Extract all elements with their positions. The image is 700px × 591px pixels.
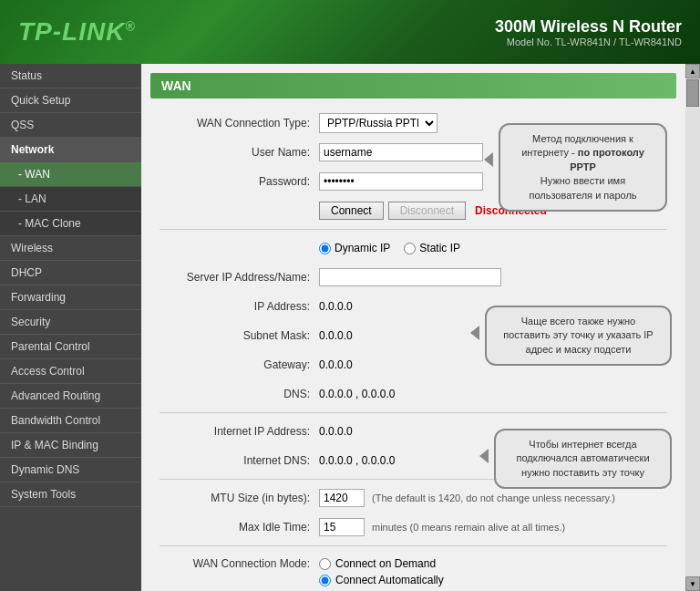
- model-name: 300M Wireless N Router: [495, 17, 682, 36]
- sidebar-item-qss[interactable]: QSS: [0, 113, 141, 138]
- subnet-mask-label: Subnet Mask:: [160, 329, 319, 342]
- server-ip-input[interactable]: [319, 268, 501, 286]
- dns-row: DNS: 0.0.0.0 , 0.0.0.0: [160, 383, 667, 405]
- sidebar-item-wireless[interactable]: Wireless: [0, 236, 141, 261]
- tooltip1-text: Метод подключения к интернету - по прото…: [521, 133, 644, 201]
- sidebar-item-system-tools[interactable]: System Tools: [0, 482, 141, 507]
- wan-mode-label: WAN Connection Mode:: [160, 557, 319, 570]
- ip-type-control: Dynamic IP Static IP: [319, 242, 667, 254]
- password-input[interactable]: [319, 172, 483, 191]
- mtu-control: (The default is 1420, do not change unle…: [319, 489, 667, 507]
- sidebar-item-wan[interactable]: - WAN: [0, 162, 141, 187]
- mode-demand-option: Connect on Demand: [319, 557, 667, 570]
- header-model: 300M Wireless N Router Model No. TL-WR84…: [495, 17, 682, 47]
- sidebar-item-lan[interactable]: - LAN: [0, 187, 141, 212]
- connect-button[interactable]: Connect: [319, 202, 384, 220]
- mode-demand-radio[interactable]: [319, 558, 331, 570]
- mtu-row: MTU Size (in bytes): (The default is 142…: [160, 487, 667, 509]
- tooltip-auto: Чтобы интернет всегда подключался автома…: [494, 429, 672, 489]
- mtu-input[interactable]: [319, 489, 365, 507]
- ip-type-row: Dynamic IP Static IP: [160, 237, 667, 259]
- sidebar-item-dynamic-dns[interactable]: Dynamic DNS: [0, 458, 141, 482]
- tooltip-pptp: Метод подключения к интернету - по прото…: [499, 123, 667, 212]
- sidebar-item-security[interactable]: Security: [0, 310, 141, 335]
- mode-auto-label: Connect Automatically: [335, 574, 444, 586]
- server-ip-row: Server IP Address/Name:: [160, 266, 667, 288]
- logo: TP-LINK®: [18, 17, 136, 47]
- max-idle-hint: minutes (0 means remain alive at all tim…: [372, 522, 565, 533]
- ip-address-label: IP Address:: [160, 300, 319, 313]
- mtu-label: MTU Size (in bytes):: [160, 492, 319, 504]
- dynamic-ip-label[interactable]: Dynamic IP: [319, 242, 390, 254]
- connection-type-label: WAN Connection Type:: [160, 117, 319, 130]
- max-idle-input[interactable]: [319, 518, 365, 536]
- internet-ip-label: Internet IP Address:: [160, 425, 319, 438]
- internet-dns-label: Internet DNS:: [160, 454, 319, 467]
- header: TP-LINK® 300M Wireless N Router Model No…: [0, 0, 700, 64]
- scroll-up-arrow[interactable]: ▲: [685, 64, 700, 78]
- scroll-track[interactable]: [685, 78, 700, 576]
- tooltip3-text: Чтобы интернет всегда подключался автома…: [516, 439, 649, 478]
- mtu-hint: (The default is 1420, do not change unle…: [372, 493, 615, 503]
- server-ip-control: [319, 268, 667, 286]
- sidebar-item-advanced-routing[interactable]: Advanced Routing: [0, 384, 141, 409]
- scrollbar: ▲ ▼: [685, 64, 700, 591]
- username-input[interactable]: [319, 143, 483, 161]
- max-idle-row: Max Idle Time: minutes (0 means remain a…: [160, 516, 667, 538]
- dynamic-ip-radio[interactable]: [319, 243, 331, 254]
- sidebar-item-bandwidth-control[interactable]: Bandwidth Control: [0, 409, 141, 433]
- sidebar-item-parental-control[interactable]: Parental Control: [0, 335, 141, 359]
- mode-auto-option: Connect Automatically: [319, 574, 667, 586]
- connection-type-select[interactable]: PPTP/Russia PPTP Dynamic IP Static IP PP…: [319, 113, 438, 133]
- sidebar-item-dhcp[interactable]: DHCP: [0, 261, 141, 285]
- scroll-down-arrow[interactable]: ▼: [685, 576, 700, 591]
- scroll-thumb[interactable]: [686, 79, 699, 107]
- model-num: Model No. TL-WR841N / TL-WR841ND: [495, 36, 682, 47]
- tooltip-subnet: Чаще всего также нужно поставить эту точ…: [485, 306, 672, 366]
- static-ip-radio[interactable]: [404, 243, 416, 254]
- dns-value: 0.0.0.0 , 0.0.0.0: [319, 388, 667, 400]
- sidebar-item-quick-setup[interactable]: Quick Setup: [0, 88, 141, 113]
- wan-mode-row: WAN Connection Mode: Connect on Demand C…: [160, 554, 667, 591]
- sidebar-item-forwarding[interactable]: Forwarding: [0, 285, 141, 310]
- mode-auto-radio[interactable]: [319, 575, 331, 586]
- logo-reg: ®: [125, 19, 135, 34]
- page-title: WAN: [150, 73, 676, 98]
- gateway-label: Gateway:: [160, 358, 319, 371]
- static-ip-label[interactable]: Static IP: [404, 242, 460, 254]
- content-area: WAN WAN Connection Type: PPTP/Russia PPT…: [141, 64, 685, 591]
- mode-demand-label: Connect on Demand: [335, 557, 436, 570]
- sidebar-item-access-control[interactable]: Access Control: [0, 359, 141, 384]
- password-label: Password:: [160, 175, 319, 188]
- logo-text: TP-LINK: [18, 17, 125, 46]
- wan-mode-control: Connect on Demand Connect Automatically …: [319, 557, 667, 591]
- tooltip2-text: Чаще всего также нужно поставить эту точ…: [503, 316, 653, 355]
- sidebar-item-mac-clone[interactable]: - MAC Clone: [0, 212, 141, 236]
- dns-label: DNS:: [160, 388, 319, 400]
- max-idle-control: minutes (0 means remain alive at all tim…: [319, 518, 667, 536]
- disconnect-button[interactable]: Disconnect: [388, 202, 466, 220]
- server-ip-label: Server IP Address/Name:: [160, 271, 319, 284]
- max-idle-label: Max Idle Time:: [160, 521, 319, 534]
- sidebar: StatusQuick SetupQSSNetwork- WAN- LAN- M…: [0, 64, 141, 591]
- sidebar-item-network[interactable]: Network: [0, 138, 141, 162]
- sidebar-item-ip-mac-binding[interactable]: IP & MAC Binding: [0, 433, 141, 458]
- sidebar-item-status[interactable]: Status: [0, 64, 141, 88]
- username-label: User Name:: [160, 146, 319, 159]
